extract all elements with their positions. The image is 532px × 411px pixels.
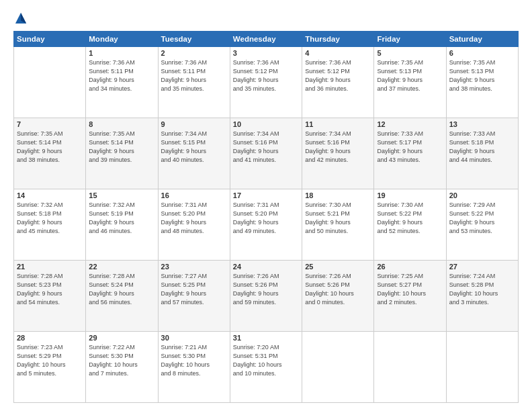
day-info: Sunrise: 7:28 AM Sunset: 5:23 PM Dayligh… xyxy=(17,272,83,307)
calendar-cell xyxy=(374,332,446,403)
day-number: 18 xyxy=(305,191,371,199)
day-info: Sunrise: 7:36 AM Sunset: 5:12 PM Dayligh… xyxy=(305,58,371,93)
day-info: Sunrise: 7:21 AM Sunset: 5:30 PM Dayligh… xyxy=(161,343,227,378)
day-number: 29 xyxy=(89,334,154,342)
header xyxy=(13,11,519,26)
calendar-cell: 29Sunrise: 7:22 AM Sunset: 5:30 PM Dayli… xyxy=(86,332,158,403)
calendar-week: 14Sunrise: 7:32 AM Sunset: 5:18 PM Dayli… xyxy=(14,189,519,261)
weekday-header: Saturday xyxy=(446,32,518,47)
day-info: Sunrise: 7:32 AM Sunset: 5:19 PM Dayligh… xyxy=(89,201,154,236)
calendar-cell: 11Sunrise: 7:34 AM Sunset: 5:16 PM Dayli… xyxy=(302,118,374,189)
day-number: 30 xyxy=(161,334,227,342)
calendar-cell: 26Sunrise: 7:25 AM Sunset: 5:27 PM Dayli… xyxy=(374,261,446,332)
day-info: Sunrise: 7:20 AM Sunset: 5:31 PM Dayligh… xyxy=(233,343,299,378)
day-number: 2 xyxy=(161,49,227,57)
calendar-cell: 5Sunrise: 7:35 AM Sunset: 5:13 PM Daylig… xyxy=(374,47,446,118)
day-info: Sunrise: 7:26 AM Sunset: 5:26 PM Dayligh… xyxy=(305,272,371,307)
calendar-cell: 30Sunrise: 7:21 AM Sunset: 5:30 PM Dayli… xyxy=(158,332,230,403)
calendar-cell: 27Sunrise: 7:24 AM Sunset: 5:28 PM Dayli… xyxy=(446,261,518,332)
day-info: Sunrise: 7:27 AM Sunset: 5:25 PM Dayligh… xyxy=(161,272,227,307)
day-number: 10 xyxy=(233,120,299,128)
calendar-week: 7Sunrise: 7:35 AM Sunset: 5:14 PM Daylig… xyxy=(14,118,519,189)
calendar-cell: 16Sunrise: 7:31 AM Sunset: 5:20 PM Dayli… xyxy=(158,189,230,261)
weekday-header: Wednesday xyxy=(230,32,302,47)
day-info: Sunrise: 7:36 AM Sunset: 5:11 PM Dayligh… xyxy=(89,58,154,93)
day-info: Sunrise: 7:31 AM Sunset: 5:20 PM Dayligh… xyxy=(161,201,227,236)
day-number: 17 xyxy=(233,191,299,199)
day-info: Sunrise: 7:30 AM Sunset: 5:22 PM Dayligh… xyxy=(377,201,443,236)
calendar-week: 28Sunrise: 7:23 AM Sunset: 5:29 PM Dayli… xyxy=(14,332,519,403)
day-info: Sunrise: 7:22 AM Sunset: 5:30 PM Dayligh… xyxy=(89,343,154,378)
day-info: Sunrise: 7:33 AM Sunset: 5:17 PM Dayligh… xyxy=(377,130,443,165)
calendar-cell: 15Sunrise: 7:32 AM Sunset: 5:19 PM Dayli… xyxy=(86,189,158,261)
calendar-cell xyxy=(302,332,374,403)
calendar-cell: 28Sunrise: 7:23 AM Sunset: 5:29 PM Dayli… xyxy=(14,332,86,403)
day-number: 16 xyxy=(161,191,227,199)
day-info: Sunrise: 7:35 AM Sunset: 5:13 PM Dayligh… xyxy=(449,58,515,93)
weekday-header: Monday xyxy=(86,32,158,47)
day-number: 28 xyxy=(17,334,83,342)
day-number: 23 xyxy=(161,263,227,271)
calendar-cell: 13Sunrise: 7:33 AM Sunset: 5:18 PM Dayli… xyxy=(446,118,518,189)
calendar-cell: 25Sunrise: 7:26 AM Sunset: 5:26 PM Dayli… xyxy=(302,261,374,332)
day-number: 24 xyxy=(233,263,299,271)
page: SundayMondayTuesdayWednesdayThursdayFrid… xyxy=(0,0,532,411)
day-number: 26 xyxy=(377,263,443,271)
calendar-cell: 9Sunrise: 7:34 AM Sunset: 5:15 PM Daylig… xyxy=(158,118,230,189)
day-number: 12 xyxy=(377,120,443,128)
day-number: 22 xyxy=(89,263,154,271)
day-number: 8 xyxy=(89,120,154,128)
day-info: Sunrise: 7:35 AM Sunset: 5:14 PM Dayligh… xyxy=(89,130,154,165)
calendar-cell: 3Sunrise: 7:36 AM Sunset: 5:12 PM Daylig… xyxy=(230,47,302,118)
calendar-week: 21Sunrise: 7:28 AM Sunset: 5:23 PM Dayli… xyxy=(14,261,519,332)
day-info: Sunrise: 7:36 AM Sunset: 5:12 PM Dayligh… xyxy=(233,58,299,93)
day-info: Sunrise: 7:35 AM Sunset: 5:14 PM Dayligh… xyxy=(17,130,83,165)
calendar-cell: 18Sunrise: 7:30 AM Sunset: 5:21 PM Dayli… xyxy=(302,189,374,261)
day-info: Sunrise: 7:29 AM Sunset: 5:22 PM Dayligh… xyxy=(449,201,515,236)
day-info: Sunrise: 7:34 AM Sunset: 5:15 PM Dayligh… xyxy=(161,130,227,165)
weekday-header: Tuesday xyxy=(158,32,230,47)
calendar-cell: 1Sunrise: 7:36 AM Sunset: 5:11 PM Daylig… xyxy=(86,47,158,118)
day-number: 15 xyxy=(89,191,154,199)
day-info: Sunrise: 7:26 AM Sunset: 5:26 PM Dayligh… xyxy=(233,272,299,307)
day-info: Sunrise: 7:34 AM Sunset: 5:16 PM Dayligh… xyxy=(305,130,371,165)
calendar-cell: 24Sunrise: 7:26 AM Sunset: 5:26 PM Dayli… xyxy=(230,261,302,332)
day-number: 31 xyxy=(233,334,299,342)
day-info: Sunrise: 7:31 AM Sunset: 5:20 PM Dayligh… xyxy=(233,201,299,236)
logo-icon xyxy=(13,11,28,26)
day-info: Sunrise: 7:30 AM Sunset: 5:21 PM Dayligh… xyxy=(305,201,371,236)
day-number: 1 xyxy=(89,49,154,57)
calendar-cell: 19Sunrise: 7:30 AM Sunset: 5:22 PM Dayli… xyxy=(374,189,446,261)
weekday-header: Sunday xyxy=(14,32,86,47)
calendar-week: 1Sunrise: 7:36 AM Sunset: 5:11 PM Daylig… xyxy=(14,47,519,118)
day-number: 13 xyxy=(449,120,515,128)
day-number: 25 xyxy=(305,263,371,271)
calendar-cell: 10Sunrise: 7:34 AM Sunset: 5:16 PM Dayli… xyxy=(230,118,302,189)
calendar-cell: 2Sunrise: 7:36 AM Sunset: 5:11 PM Daylig… xyxy=(158,47,230,118)
day-info: Sunrise: 7:25 AM Sunset: 5:27 PM Dayligh… xyxy=(377,272,443,307)
day-info: Sunrise: 7:28 AM Sunset: 5:24 PM Dayligh… xyxy=(89,272,154,307)
day-info: Sunrise: 7:23 AM Sunset: 5:29 PM Dayligh… xyxy=(17,343,83,378)
day-number: 27 xyxy=(449,263,515,271)
day-number: 14 xyxy=(17,191,83,199)
day-number: 21 xyxy=(17,263,83,271)
calendar-cell: 23Sunrise: 7:27 AM Sunset: 5:25 PM Dayli… xyxy=(158,261,230,332)
calendar-cell: 22Sunrise: 7:28 AM Sunset: 5:24 PM Dayli… xyxy=(86,261,158,332)
day-info: Sunrise: 7:32 AM Sunset: 5:18 PM Dayligh… xyxy=(17,201,83,236)
calendar-cell: 31Sunrise: 7:20 AM Sunset: 5:31 PM Dayli… xyxy=(230,332,302,403)
day-info: Sunrise: 7:33 AM Sunset: 5:18 PM Dayligh… xyxy=(449,130,515,165)
header-row: SundayMondayTuesdayWednesdayThursdayFrid… xyxy=(14,32,519,47)
day-info: Sunrise: 7:24 AM Sunset: 5:28 PM Dayligh… xyxy=(449,272,515,307)
calendar-cell: 17Sunrise: 7:31 AM Sunset: 5:20 PM Dayli… xyxy=(230,189,302,261)
day-number: 4 xyxy=(305,49,371,57)
weekday-header: Friday xyxy=(374,32,446,47)
calendar-cell xyxy=(446,332,518,403)
day-info: Sunrise: 7:34 AM Sunset: 5:16 PM Dayligh… xyxy=(233,130,299,165)
calendar-cell: 12Sunrise: 7:33 AM Sunset: 5:17 PM Dayli… xyxy=(374,118,446,189)
calendar-cell xyxy=(14,47,86,118)
calendar-body: 1Sunrise: 7:36 AM Sunset: 5:11 PM Daylig… xyxy=(14,47,519,403)
calendar-cell: 7Sunrise: 7:35 AM Sunset: 5:14 PM Daylig… xyxy=(14,118,86,189)
calendar-header: SundayMondayTuesdayWednesdayThursdayFrid… xyxy=(14,32,519,47)
calendar-cell: 4Sunrise: 7:36 AM Sunset: 5:12 PM Daylig… xyxy=(302,47,374,118)
calendar-cell: 20Sunrise: 7:29 AM Sunset: 5:22 PM Dayli… xyxy=(446,189,518,261)
